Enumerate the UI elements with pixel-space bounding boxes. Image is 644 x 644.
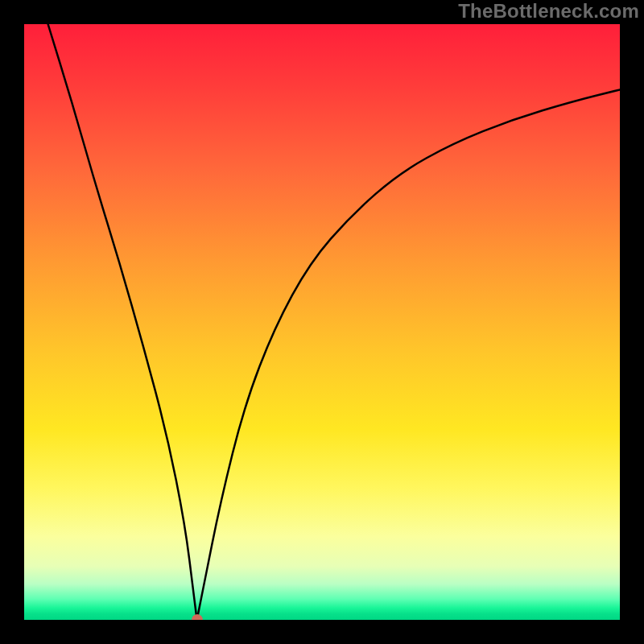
bottleneck-curve <box>24 24 620 620</box>
curve-left-branch <box>48 24 197 620</box>
curve-right-branch <box>197 89 620 620</box>
watermark-text: TheBottleneck.com <box>458 0 639 23</box>
minimum-marker-dot <box>192 614 203 620</box>
plot-area <box>24 24 620 620</box>
chart-wrapper: TheBottleneck.com <box>0 0 644 644</box>
